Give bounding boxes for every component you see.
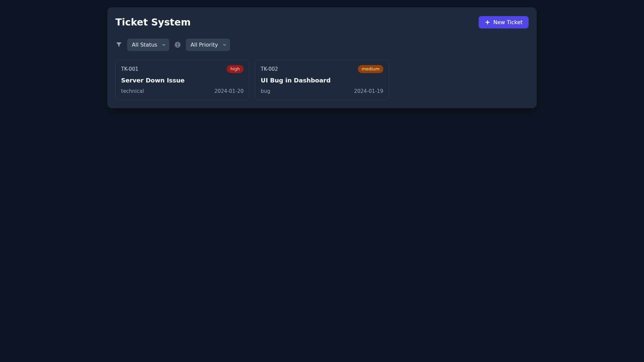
ticket-id: TK-001	[121, 66, 138, 72]
ticket-card-top-row: TK-002 medium	[261, 65, 383, 73]
ticket-title: Server Down Issue	[121, 77, 244, 84]
filter-funnel-icon	[115, 41, 122, 48]
filter-bar: All Status All Priority	[115, 39, 529, 51]
alert-circle-icon	[174, 41, 181, 48]
ticket-card-bottom-row: bug 2024-01-19	[261, 88, 383, 94]
status-filter-wrap: All Status	[127, 39, 169, 51]
priority-filter-wrap: All Priority	[186, 39, 230, 51]
page-title: Ticket System	[115, 17, 191, 28]
status-filter-select[interactable]: All Status	[127, 39, 169, 51]
new-ticket-button[interactable]: New Ticket	[479, 16, 529, 28]
ticket-date: 2024-01-19	[354, 88, 383, 94]
ticket-card[interactable]: TK-001 high Server Down Issue technical …	[115, 60, 249, 100]
ticket-card[interactable]: TK-002 medium UI Bug in Dashboard bug 20…	[255, 60, 389, 100]
priority-badge: high	[227, 65, 244, 73]
panel-header: Ticket System New Ticket	[115, 16, 529, 28]
tickets-grid: TK-001 high Server Down Issue technical …	[115, 60, 529, 100]
priority-filter-select[interactable]: All Priority	[186, 39, 230, 51]
ticket-date: 2024-01-20	[214, 88, 244, 94]
ticket-card-top-row: TK-001 high	[121, 65, 244, 73]
ticket-category: technical	[121, 88, 144, 94]
plus-icon	[485, 19, 490, 25]
new-ticket-label: New Ticket	[493, 19, 523, 25]
ticket-system-panel: Ticket System New Ticket All Status	[107, 7, 537, 108]
ticket-card-bottom-row: technical 2024-01-20	[121, 88, 244, 94]
priority-badge: medium	[358, 65, 383, 73]
ticket-id: TK-002	[261, 66, 278, 72]
ticket-title: UI Bug in Dashboard	[261, 77, 383, 84]
ticket-category: bug	[261, 88, 270, 94]
